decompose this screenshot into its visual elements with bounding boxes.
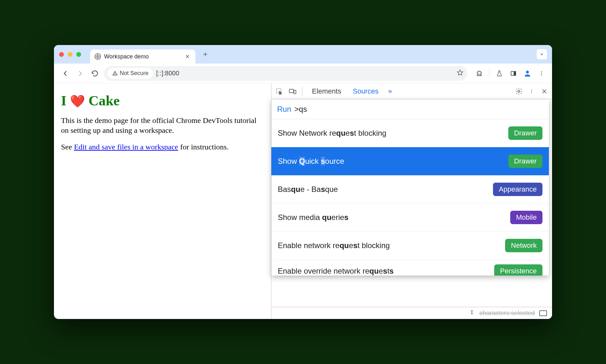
tab-sources[interactable]: Sources (348, 83, 383, 99)
page-heading: I ❤️ Cake (61, 92, 264, 110)
command-item[interactable]: Basque - BasqueAppearance (271, 175, 549, 203)
back-button[interactable] (60, 68, 71, 79)
forward-button[interactable] (74, 68, 86, 79)
devtools-status-bar: characters selected (271, 307, 552, 319)
window-zoom-button[interactable] (76, 52, 81, 57)
cursor-position-icon (469, 309, 475, 317)
webpage-viewport: I ❤️ Cake This is the demo page for the … (54, 83, 271, 319)
globe-icon (95, 53, 101, 60)
svg-point-2 (115, 74, 115, 75)
svg-point-16 (531, 92, 532, 93)
window-minimize-button[interactable] (68, 52, 72, 57)
devtools-tabbar: Elements Sources » (271, 83, 552, 99)
command-item-badge: Drawer (508, 126, 542, 140)
toolbar-separator (489, 69, 489, 78)
command-item[interactable]: Enable override network requestsPersiste… (271, 260, 549, 276)
svg-rect-5 (514, 71, 516, 75)
command-item[interactable]: Enable network request blockingNetwork (271, 231, 549, 260)
command-run-label: Run (277, 105, 291, 114)
command-item-label: Show Quick source (278, 157, 344, 166)
heart-icon: ❤️ (70, 95, 85, 108)
command-item-badge: Persistence (494, 264, 542, 276)
bookmark-star-icon[interactable] (457, 69, 464, 78)
devtools-menu-button[interactable] (527, 87, 536, 96)
status-panel-icon[interactable] (539, 310, 547, 316)
command-menu: Run >qs Show Network request blockingDra… (271, 99, 549, 276)
security-label: Not Secure (120, 70, 148, 77)
svg-point-15 (531, 91, 532, 91)
devtools-close-button[interactable] (540, 87, 549, 96)
browser-window: Workspace demo ✕ + Not Secure [::]:8000 (54, 45, 552, 319)
chrome-menu-button[interactable] (537, 69, 546, 78)
svg-point-6 (526, 71, 529, 73)
url-text: [::]:8000 (156, 70, 179, 77)
settings-gear-icon[interactable] (514, 87, 523, 96)
svg-point-13 (518, 90, 520, 92)
inspect-element-icon[interactable] (275, 87, 284, 96)
address-toolbar: Not Secure [::]:8000 (54, 64, 552, 83)
command-item[interactable]: Show media queriesMobile (271, 203, 549, 231)
command-query-text: >qs (294, 105, 307, 114)
heading-word-cake: Cake (88, 93, 120, 109)
svg-point-8 (541, 73, 542, 74)
p2-prefix: See (61, 143, 74, 151)
svg-rect-11 (289, 89, 293, 93)
tabs-dropdown-button[interactable] (537, 49, 547, 59)
browser-tab[interactable]: Workspace demo ✕ (90, 49, 195, 64)
command-item[interactable]: Show Quick sourceDrawer (271, 147, 549, 175)
security-chip[interactable]: Not Secure (108, 68, 153, 79)
command-input-row[interactable]: Run >qs (271, 99, 549, 119)
tab-strip: Workspace demo ✕ + (54, 45, 552, 64)
svg-rect-12 (294, 90, 296, 94)
tab-elements[interactable]: Elements (307, 83, 346, 99)
command-list: Show Network request blockingDrawerShow … (271, 119, 549, 276)
command-item-label: Show Network request blocking (278, 129, 386, 138)
traffic-lights (59, 52, 90, 57)
new-tab-button[interactable]: + (200, 49, 211, 60)
omnibox[interactable]: Not Secure [::]:8000 (104, 66, 467, 81)
extensions-icon[interactable] (474, 69, 484, 78)
devtools-tab-separator (302, 87, 302, 96)
command-item-badge: Drawer (508, 155, 542, 168)
device-toggle-icon[interactable] (288, 87, 297, 96)
command-item-label: Enable network request blocking (278, 241, 390, 250)
p2-suffix: for instructions. (178, 143, 229, 151)
command-item-badge: Mobile (510, 211, 542, 224)
page-paragraph-1: This is the demo page for the official C… (61, 116, 264, 135)
side-panel-icon[interactable] (509, 69, 518, 78)
command-item-label: Show media queries (278, 213, 348, 222)
command-item-badge: Network (505, 239, 542, 252)
page-paragraph-2: See Edit and save files in a workspace f… (61, 142, 264, 152)
content-area: I ❤️ Cake This is the demo page for the … (54, 83, 552, 319)
svg-point-14 (531, 89, 532, 90)
command-item[interactable]: Show Network request blockingDrawer (271, 119, 549, 147)
svg-point-9 (541, 74, 542, 75)
svg-point-7 (541, 71, 542, 72)
status-text: characters selected (480, 309, 535, 317)
toolbar-right (471, 69, 546, 78)
tab-title: Workspace demo (104, 53, 149, 60)
profile-avatar[interactable] (523, 69, 532, 78)
command-item-badge: Appearance (493, 183, 542, 196)
tabs-overflow-button[interactable]: » (385, 87, 394, 95)
heading-word-i: I (61, 93, 66, 109)
command-item-label: Basque - Basque (278, 185, 338, 194)
devtools-panel: Elements Sources » R (271, 83, 552, 319)
command-item-label: Enable override network requests (278, 267, 394, 276)
labs-icon[interactable] (495, 69, 504, 78)
reload-button[interactable] (89, 68, 101, 79)
window-close-button[interactable] (59, 52, 64, 57)
tab-close-button[interactable]: ✕ (184, 53, 191, 60)
workspace-tutorial-link[interactable]: Edit and save files in a workspace (74, 143, 178, 151)
